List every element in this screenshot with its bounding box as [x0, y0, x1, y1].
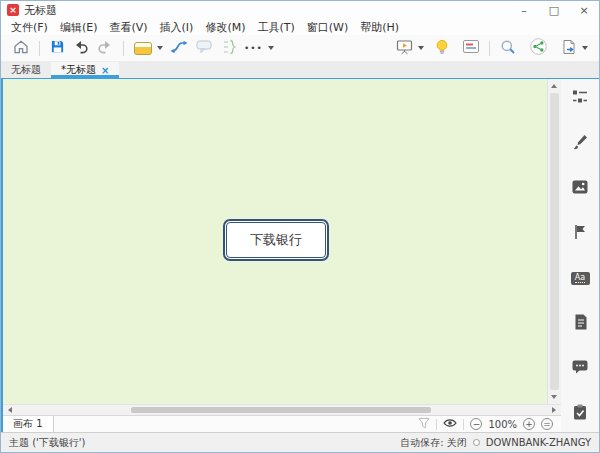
status-bar: 主题 ('下载银行') 自动保存: 关闭 DOWNBANK-ZHANGY: [1, 432, 599, 452]
sheet-bar-controls: − 100% + =: [418, 417, 561, 432]
presentation-dropdown-caret[interactable]: [418, 46, 424, 50]
export-icon: [561, 39, 577, 58]
menu-item-view[interactable]: 查看(V): [103, 20, 153, 35]
menu-item-modify[interactable]: 修改(M): [199, 20, 251, 35]
visibility-eye-icon[interactable]: [443, 418, 457, 431]
horizontal-scrollbar-thumb[interactable]: [131, 407, 431, 413]
home-button[interactable]: [9, 37, 33, 59]
menu-item-insert[interactable]: 插入(I): [154, 20, 200, 35]
close-button[interactable]: ×: [569, 1, 599, 19]
sheet-tab-canvas1[interactable]: 画布 1: [3, 416, 54, 432]
undo-button[interactable]: [69, 37, 93, 59]
topic-icon: [134, 42, 152, 55]
structure-panel-button[interactable]: [569, 89, 591, 107]
tab-untitled-2[interactable]: *无标题 ×: [51, 62, 119, 78]
toolbar-separator: [123, 41, 124, 56]
tab-label: *无标题: [61, 63, 96, 77]
zoom-fit-button[interactable]: =: [541, 418, 553, 430]
undo-icon: [73, 39, 89, 57]
topic-dropdown-caret[interactable]: [157, 46, 163, 50]
menu-bar: 文件(F) 编辑(E) 查看(V) 插入(I) 修改(M) 工具(T) 窗口(W…: [1, 19, 599, 35]
task-panel-button[interactable]: [569, 404, 591, 422]
central-topic-label: 下载银行: [226, 222, 326, 258]
mini-separator: [436, 419, 437, 430]
callout-button[interactable]: [192, 37, 217, 59]
canvas-row: 下载银行: [3, 79, 561, 404]
search-button[interactable]: [496, 37, 520, 59]
redo-icon: [97, 39, 113, 57]
picture-icon: [572, 180, 588, 197]
relationship-button[interactable]: [166, 37, 192, 59]
share-icon: [530, 38, 547, 58]
format-painter-button[interactable]: [569, 134, 591, 152]
note-icon: [574, 314, 587, 333]
note-panel-button[interactable]: [569, 314, 591, 332]
redo-button[interactable]: [93, 37, 117, 59]
mindmap-canvas[interactable]: 下载银行: [3, 79, 547, 404]
marker-panel-button[interactable]: [569, 224, 591, 242]
vertical-scrollbar[interactable]: [547, 79, 561, 404]
tab-close-icon[interactable]: ×: [101, 65, 109, 76]
more-icon: •••: [244, 43, 263, 53]
scroll-left-arrow-icon[interactable]: [8, 407, 12, 413]
horizontal-scrollbar[interactable]: [3, 404, 561, 415]
insert-topic-button[interactable]: [130, 37, 156, 59]
zoom-in-button[interactable]: +: [523, 418, 535, 430]
sheet-bar: 画布 1 − 100% + =: [3, 415, 561, 432]
tab-untitled-1[interactable]: 无标题: [1, 62, 51, 78]
scroll-down-arrow-icon[interactable]: [551, 395, 557, 399]
more-dropdown-caret[interactable]: [268, 46, 274, 50]
sync-status-dot-icon: [473, 439, 480, 446]
right-sidebar: Aa: [561, 79, 599, 434]
maximize-button[interactable]: □: [539, 1, 569, 19]
computer-name-text: DOWNBANK-ZHANGY: [486, 437, 591, 448]
idea-lightbulb-icon: [435, 39, 449, 58]
zoom-out-button[interactable]: −: [470, 418, 482, 430]
idea-button[interactable]: [431, 37, 453, 59]
toolbar-right-group: [392, 37, 591, 59]
comment-panel-button[interactable]: [569, 359, 591, 377]
menu-item-window[interactable]: 窗口(W): [301, 20, 354, 35]
summary-button[interactable]: [217, 37, 240, 59]
central-topic-node[interactable]: 下载银行: [223, 219, 329, 261]
toolbar-separator: [39, 41, 40, 56]
mini-separator: [463, 419, 464, 430]
slide-icon: [463, 40, 479, 56]
autosave-status-text[interactable]: 自动保存: 关闭: [400, 436, 467, 450]
home-icon: [13, 39, 29, 58]
format-painter-icon: [572, 134, 588, 153]
menu-item-help[interactable]: 帮助(H): [354, 20, 405, 35]
save-button[interactable]: [46, 37, 69, 59]
picture-panel-button[interactable]: [569, 179, 591, 197]
vertical-scrollbar-thumb[interactable]: [550, 93, 559, 390]
export-button[interactable]: [557, 37, 581, 59]
share-button[interactable]: [526, 37, 551, 59]
font-icon: Aa: [571, 272, 590, 285]
font-panel-button[interactable]: Aa: [569, 269, 591, 287]
relationship-icon: [170, 40, 188, 57]
scroll-up-arrow-icon[interactable]: [551, 84, 557, 88]
marker-flag-icon: [573, 224, 587, 243]
menu-item-tools[interactable]: 工具(T): [251, 20, 300, 35]
comment-icon: [572, 360, 588, 377]
presentation-icon: [396, 39, 413, 58]
export-dropdown-caret[interactable]: [582, 46, 588, 50]
editor-area: 下载银行 画布 1 − 100% + =: [1, 79, 563, 434]
document-tab-bar: 无标题 *无标题 ×: [1, 62, 599, 80]
callout-icon: [196, 39, 213, 57]
structure-icon: [571, 89, 589, 108]
search-icon: [500, 39, 516, 58]
toolbar: •••: [1, 35, 599, 62]
more-tools-button[interactable]: •••: [240, 37, 267, 59]
scroll-right-arrow-icon[interactable]: [552, 407, 556, 413]
filter-icon[interactable]: [418, 417, 430, 432]
presentation-button[interactable]: [392, 37, 417, 59]
window-controls: – □ ×: [509, 1, 599, 19]
menu-item-file[interactable]: 文件(F): [5, 20, 54, 35]
menu-item-edit[interactable]: 编辑(E): [54, 20, 104, 35]
minimize-button[interactable]: –: [509, 1, 539, 19]
summary-icon: [221, 39, 236, 58]
app-logo-icon: ×: [7, 4, 19, 16]
zoom-level: 100%: [488, 419, 517, 430]
slide-button[interactable]: [459, 37, 483, 59]
